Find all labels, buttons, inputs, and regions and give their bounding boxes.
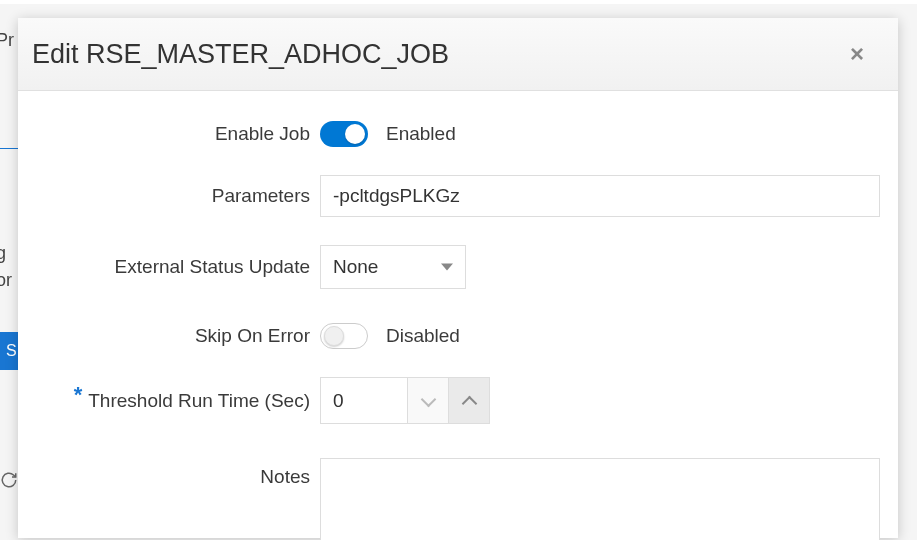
label-threshold-runtime: * Threshold Run Time (Sec) — [32, 390, 320, 412]
bg-text-fragment: Pr — [0, 30, 14, 51]
threshold-runtime-input[interactable] — [320, 377, 408, 424]
threshold-runtime-stepper — [320, 377, 490, 424]
row-notes: Notes — [32, 458, 884, 540]
refresh-icon — [0, 471, 20, 491]
toggle-knob — [345, 124, 365, 144]
row-threshold-runtime: * Threshold Run Time (Sec) — [32, 377, 884, 424]
label-external-status: External Status Update — [32, 256, 320, 278]
stepper-decrement-button[interactable] — [407, 377, 449, 424]
row-skip-on-error: Skip On Error Disabled — [32, 323, 884, 349]
chevron-down-icon — [421, 394, 435, 408]
enable-job-toggle[interactable] — [320, 121, 368, 147]
row-enable-job: Enable Job Enabled — [32, 121, 884, 147]
edit-job-dialog: Edit RSE_MASTER_ADHOC_JOB × Enable Job E… — [18, 18, 898, 538]
skip-on-error-toggle[interactable] — [320, 323, 368, 349]
label-enable-job: Enable Job — [32, 123, 320, 145]
toggle-knob — [324, 326, 344, 346]
chevron-up-icon — [462, 394, 476, 408]
skip-on-error-state: Disabled — [386, 325, 460, 347]
select-value: None — [333, 256, 378, 278]
close-button[interactable]: × — [842, 36, 872, 72]
dialog-title: Edit RSE_MASTER_ADHOC_JOB — [32, 39, 449, 70]
label-skip-on-error: Skip On Error — [32, 325, 320, 347]
label-parameters: Parameters — [32, 185, 320, 207]
parameters-input[interactable] — [320, 175, 880, 217]
dialog-header: Edit RSE_MASTER_ADHOC_JOB × — [18, 18, 898, 91]
enable-job-state: Enabled — [386, 123, 456, 145]
row-external-status: External Status Update None — [32, 245, 884, 289]
external-status-select[interactable]: None — [320, 245, 466, 289]
bg-text-fragment: g or — [0, 240, 12, 294]
stepper-increment-button[interactable] — [448, 377, 490, 424]
dialog-body: Enable Job Enabled Parameters External S… — [18, 91, 898, 540]
notes-textarea[interactable] — [320, 458, 880, 540]
close-icon: × — [850, 40, 864, 67]
app-top-accent — [0, 0, 917, 4]
bg-button-fragment: S — [0, 332, 18, 370]
chevron-down-icon — [441, 264, 453, 271]
label-notes: Notes — [32, 458, 320, 488]
row-parameters: Parameters — [32, 175, 884, 217]
bg-divider — [0, 148, 20, 149]
